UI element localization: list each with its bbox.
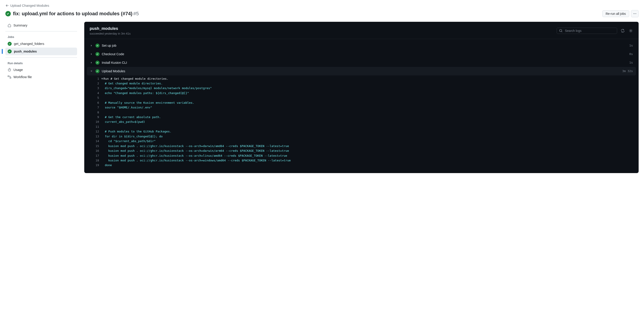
log-text: kusion mod push . oci://ghcr.io/kusionst… [101, 144, 289, 148]
step-duration: 3m 32s [622, 69, 633, 73]
svg-rect-8 [10, 77, 11, 78]
sidebar: Summary Jobs get_changed_folders push_mo… [6, 22, 77, 178]
log-line: 9 # Get the current absolute path. [94, 115, 636, 119]
log-text: echo "Changed modules paths: ${dirs_chan… [101, 91, 189, 95]
log-line: 13 for dir in ${dirs_changed[@]}; do [94, 134, 636, 139]
job-title: push_modules [90, 26, 131, 31]
log-line: 11 [94, 124, 636, 129]
line-number: 16 [94, 148, 101, 153]
sidebar-job-get-changed-folders[interactable]: get_changed_folders [6, 40, 77, 48]
home-icon [8, 24, 11, 27]
log-text: # Push modules to the GitHub Packages. [101, 129, 172, 134]
line-number: 12 [94, 129, 101, 134]
sidebar-run-details-label: Run details [8, 62, 77, 65]
log-line: 10 current_abs_path=$(pwd) [94, 119, 636, 124]
sidebar-workflow-file[interactable]: Workflow file [6, 73, 77, 81]
svg-point-2 [634, 13, 635, 14]
log-text: Run # Get changed module directories. [104, 76, 168, 81]
line-number: 10 [94, 119, 101, 124]
gear-button[interactable] [628, 28, 633, 33]
log-text: # Get the current absolute path. [101, 115, 161, 119]
step-row[interactable]: Install Kusion CLI1s [87, 58, 636, 67]
chevron-down-icon [90, 70, 93, 73]
step-name: Upload Modules [102, 69, 620, 73]
log-text: kusion mod push . oci://ghcr.io/kusionst… [101, 158, 291, 163]
sidebar-item-label: Summary [14, 24, 27, 27]
caret-down-icon: ▼ [101, 76, 103, 81]
status-success-icon [96, 52, 100, 56]
log-text: done [101, 163, 112, 168]
log-line: 17 kusion mod push . oci://ghcr.io/kusio… [94, 153, 636, 158]
refresh-button[interactable] [620, 28, 625, 33]
log-text: current_abs_path=$(pwd) [101, 119, 145, 124]
log-line: 4 echo "Changed modules paths: ${dirs_ch… [94, 91, 636, 95]
search-logs-field[interactable] [556, 28, 617, 34]
log-text: for dir in ${dirs_changed[@]}; do [101, 134, 163, 139]
sidebar-item-label: push_modules [14, 50, 37, 53]
sidebar-item-label: Usage [14, 68, 23, 72]
log-line: 16 kusion mod push . oci://ghcr.io/kusio… [94, 148, 636, 153]
svg-rect-7 [8, 76, 9, 77]
step-row[interactable]: Checkout Code0s [87, 50, 636, 58]
line-number: 1 [94, 76, 101, 81]
line-number: 14 [94, 139, 101, 143]
line-number: 4 [94, 91, 101, 95]
log-text: dirs_changed="modules/mysql modules/netw… [101, 86, 212, 90]
kebab-menu-button[interactable] [631, 10, 638, 17]
log-line: 5 [94, 95, 636, 100]
log-text [101, 95, 105, 100]
log-line: 12 # Push modules to the GitHub Packages… [94, 129, 636, 134]
search-icon [559, 29, 563, 33]
line-number: 17 [94, 153, 101, 158]
svg-point-10 [630, 30, 632, 31]
status-success-icon [6, 11, 11, 16]
step-row[interactable]: Set up job1s [87, 41, 636, 50]
line-number: 19 [94, 163, 101, 168]
log-line: 19 done [94, 163, 636, 168]
sidebar-summary[interactable]: Summary [6, 22, 77, 29]
log-text: # Get changed module directories. [101, 81, 163, 86]
log-text: cd "$current_abs_path/$dir" [101, 139, 156, 143]
sidebar-item-label: get_changed_folders [14, 42, 44, 46]
log-line: 2 # Get changed module directories. [94, 81, 636, 86]
run-number: #5 [133, 11, 139, 16]
workflow-icon [8, 75, 11, 79]
line-number: 13 [94, 134, 101, 139]
sidebar-job-push-modules[interactable]: push_modules [6, 48, 77, 55]
log-text [101, 124, 105, 129]
svg-point-1 [634, 13, 634, 14]
chevron-right-icon [90, 53, 93, 55]
chevron-right-icon [90, 61, 93, 64]
log-block: 1▼Run # Get changed module directories.2… [87, 75, 636, 169]
search-logs-input[interactable] [564, 29, 615, 33]
log-line: 6 # Manually source the Kusion environme… [94, 100, 636, 105]
status-success-icon [96, 61, 100, 65]
svg-point-3 [636, 13, 636, 14]
line-number: 9 [94, 115, 101, 119]
step-row[interactable]: Upload Modules3m 32s [87, 67, 636, 75]
log-line: 8 [94, 110, 636, 115]
line-number: 5 [94, 95, 101, 100]
sidebar-usage[interactable]: Usage [6, 66, 77, 73]
arrow-left-icon [6, 4, 9, 8]
rerun-all-jobs-button[interactable]: Re-run all jobs [602, 10, 629, 17]
job-subtitle: succeeded yesterday in 3m 41s [90, 32, 131, 35]
back-link[interactable]: Upload Changed Modules [6, 4, 49, 8]
status-success-icon [96, 69, 100, 73]
log-text [101, 110, 105, 115]
step-duration: 1s [629, 44, 633, 47]
line-number: 2 [94, 81, 101, 86]
step-name: Install Kusion CLI [102, 61, 627, 64]
run-title: fix: upload.yml for actions to upload mo… [13, 11, 139, 17]
stopwatch-icon [8, 68, 11, 72]
line-number: 11 [94, 124, 101, 129]
log-line: 1▼Run # Get changed module directories. [94, 76, 636, 81]
log-text: kusion mod push . oci://ghcr.io/kusionst… [101, 153, 287, 158]
log-line: 3 dirs_changed="modules/mysql modules/ne… [94, 86, 636, 90]
status-success-icon [8, 42, 12, 46]
svg-point-9 [560, 29, 562, 32]
line-number: 6 [94, 100, 101, 105]
sidebar-jobs-label: Jobs [8, 36, 77, 39]
log-line: 18 kusion mod push . oci://ghcr.io/kusio… [94, 158, 636, 163]
log-line: 15 kusion mod push . oci://ghcr.io/kusio… [94, 144, 636, 148]
